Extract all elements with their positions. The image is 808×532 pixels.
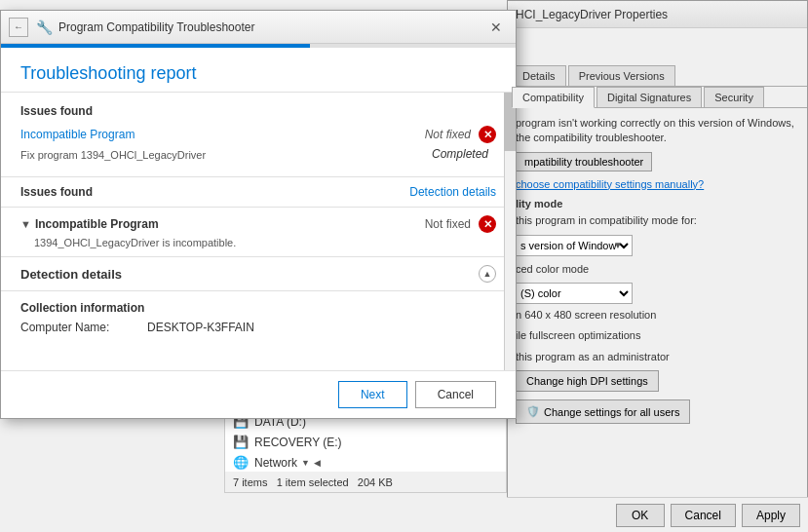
file-item-name: RECOVERY (E:) [254,436,342,449]
troubleshooter-content: Troubleshooting report Issues found Inco… [1,48,516,418]
change-dpi-btn[interactable]: Change high DPI settings [516,370,659,392]
compat-select-row: s version of Windows ▼ [516,235,799,256]
tab-previous-versions[interactable]: Previous Versions [568,65,675,86]
titlebar-nav: ← [9,18,28,37]
not-fixed-icon: ✕ [479,126,496,143]
compat-mode-label: lity mode [516,198,799,209]
detection-item-title: Incompatible Program [35,217,425,231]
network-icon: 🌐 [233,455,249,470]
arrow-icon: ▼ [20,218,31,230]
change-settings-btn[interactable]: 🛡️ Change settings for all users [516,399,690,424]
file-size: 204 KB [358,476,393,488]
detection-details-title: Detection details [20,267,479,282]
color-label: ced color mode [516,262,799,277]
tabs-row-1: Details Previous Versions [508,65,807,87]
issues-found-label: Issues found [20,104,496,118]
properties-window: HCI_LegacyDriver Properties Details Prev… [507,0,808,532]
properties-title: HCI_LegacyDriver Properties [516,8,668,21]
props-bottom-buttons: OK Cancel Apply [507,497,808,532]
items-count: 7 items [233,476,267,488]
detection-item-header: ▼ Incompatible Program Not fixed ✕ [20,215,496,233]
list-item[interactable]: 💾 RECOVERY (E:) [225,432,506,452]
collection-row: Computer Name: DESKTOP-K3FFAIN [20,321,496,334]
color-select[interactable]: (S) color [516,283,633,304]
manual-link[interactable]: choose compatibility settings manually? [516,178,704,190]
status-separator [267,476,276,488]
change-settings-label: Change settings for all users [544,406,679,418]
fix-text: Fix program 1394_OHCl_LegacyDriver [20,149,206,161]
detection-details-section: Detection details ▲ [1,257,516,291]
tab-compatibility[interactable]: Compatibility [512,87,595,108]
selected-count: 1 item selected [277,476,349,488]
issue-status: Not fixed [425,128,471,141]
properties-titlebar: HCI_LegacyDriver Properties [508,1,807,28]
compat-version-select[interactable]: s version of Windows [516,235,633,256]
detection-header-row: Issues found Detection details [1,177,516,208]
compat-description: program isn't working correctly on this … [516,116,799,146]
color-select-row: (S) color [516,283,799,304]
back-button[interactable]: ← [9,18,28,37]
fullscreen-label: ile fullscreen optimizations [516,328,799,343]
issue-name[interactable]: Incompatible Program [20,128,425,141]
collection-section: Collection information Computer Name: DE… [1,291,516,344]
collapse-icon[interactable]: ▲ [479,265,496,283]
props-content: program isn't working correctly on this … [508,108,807,432]
detection-item: ▼ Incompatible Program Not fixed ✕ 1394_… [1,208,516,257]
detection-not-fixed-icon: ✕ [479,215,496,233]
fix-row: Fix program 1394_OHCl_LegacyDriver Compl… [20,147,496,161]
tab-digital-signatures[interactable]: Digital Signatures [596,87,702,107]
apply-button[interactable]: Apply [742,504,800,527]
detection-details-link[interactable]: Detection details [409,185,496,199]
file-explorer-status: 7 items 1 item selected 204 KB [224,472,507,493]
troubleshooter-titlebar: ← 🔧 Program Compatibility Troubleshooter… [1,11,516,44]
shield-icon: 🛡️ [526,405,540,418]
scrollbar-track[interactable] [504,93,516,370]
tab-details[interactable]: Details [512,65,566,86]
collapse-right-icon: ◀ [314,458,321,468]
troubleshooter-window: ← 🔧 Program Compatibility Troubleshooter… [0,10,517,419]
file-item-name: Network [254,456,297,470]
detection-item-status: Not fixed [425,217,471,231]
troubleshooter-scrollable[interactable]: Issues found Incompatible Program Not fi… [1,93,516,370]
troubleshooter-heading: Troubleshooting report [20,63,496,84]
drive-icon: 💾 [233,435,249,449]
fix-status: Completed [432,147,488,161]
issues-section: Issues found Incompatible Program Not fi… [1,93,516,177]
close-button[interactable]: ✕ [484,16,508,39]
troubleshooter-header: Troubleshooting report [1,48,516,93]
ok-button[interactable]: OK [616,504,665,527]
expand-icon: ▼ [301,458,310,468]
issue-row: Incompatible Program Not fixed ✕ [20,126,496,143]
collection-title: Collection information [20,301,496,315]
compat-mode-desc: this program in compatibility mode for: [516,213,799,228]
tabs-row-2: Compatibility Digital Signatures Securit… [508,87,807,108]
list-item[interactable]: 🌐 Network ▼ ◀ [225,452,506,473]
admin-label: this program as an administrator [516,350,799,364]
compat-troubleshooter-btn[interactable]: mpatibility troubleshooter [516,152,652,171]
issues-found2-label: Issues found [20,185,409,199]
computer-name-label: Computer Name: [20,321,147,334]
next-button[interactable]: Next [338,381,407,408]
status-separator2 [349,476,358,488]
cancel-button[interactable]: Cancel [415,381,496,408]
detection-item-desc: 1394_OHCl_LegacyDriver is incompatible. [34,237,496,248]
titlebar-icon: 🔧 [36,19,53,35]
troubleshooter-footer: Next Cancel [1,370,516,418]
props-cancel-button[interactable]: Cancel [671,504,736,527]
detection-details-header: Detection details ▲ [20,265,496,283]
computer-name-value: DESKTOP-K3FFAIN [147,321,254,334]
resolution-label: n 640 x 480 screen resolution [516,308,799,323]
tab-security[interactable]: Security [704,87,764,107]
titlebar-title: Program Compatibility Troubleshooter [58,20,484,34]
